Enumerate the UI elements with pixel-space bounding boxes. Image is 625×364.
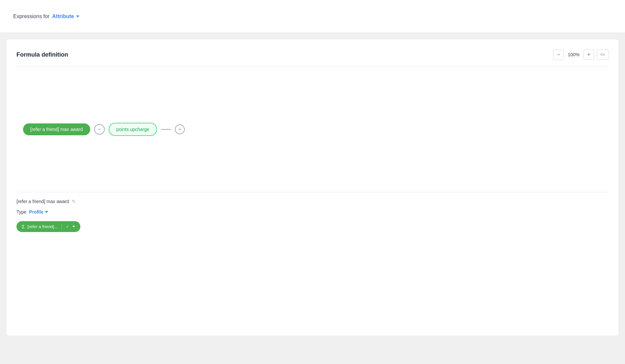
chevron-down-icon [76,15,79,17]
node1-label: [refer a friend] max award [30,127,83,132]
operator-minus[interactable]: − [94,124,105,135]
top-bar: Expressions for Attribute [0,0,625,33]
minus-icon: − [98,126,101,132]
sigma-pill-label: [refer a friend]... [27,224,58,229]
zoom-minus-button[interactable]: − [553,49,564,60]
node-refer-a-friend-max-award[interactable]: [refer a friend] max award [23,123,90,135]
sigma-icon: Σ [22,224,25,229]
formula-header: Formula definition − 100% + <> [16,49,609,60]
sigma-pill-dropdown-arrow[interactable] [72,226,75,227]
main-content: Formula definition − 100% + <> [refer a … [0,33,625,342]
add-node-button[interactable]: + [175,124,185,134]
node2-label: points.upcharge [117,127,149,132]
selected-item-row: [refer a friend] max award ✎ [16,199,609,204]
expressions-label: Expressions for Attribute [13,13,79,19]
attribute-text: Attribute [52,13,74,19]
type-label: Type [16,209,26,215]
expressions-text: Expressions for [13,13,49,19]
zoom-level-display: 100% [565,52,582,57]
type-row: Type Profile [16,209,609,215]
type-chevron-icon [45,211,48,213]
attribute-dropdown[interactable]: Attribute [52,13,79,19]
node-points-upcharge[interactable]: points.upcharge [109,123,157,136]
sigma-pill-button[interactable]: Σ [refer a friend]... ✓ [16,221,80,232]
formula-expression: [refer a friend] max award − points.upch… [23,123,185,136]
type-value: Profile [29,209,43,215]
code-toggle-button[interactable]: <> [597,49,609,60]
plus-icon: + [178,126,182,133]
selected-item-name-text: [refer a friend] max award [16,199,69,204]
bottom-panel: [refer a friend] max award ✎ Type Profil… [16,192,609,235]
check-icon: ✓ [66,224,69,229]
zoom-plus-button[interactable]: + [584,49,594,60]
connector-line [161,129,171,130]
type-dropdown[interactable]: Profile [29,209,48,215]
formula-title: Formula definition [16,51,68,58]
canvas-area: [refer a friend] max award − points.upch… [16,67,609,192]
pill-separator [62,224,62,229]
formula-card: Formula definition − 100% + <> [refer a … [7,39,618,336]
zoom-controls: − 100% + <> [553,49,609,60]
edit-name-icon[interactable]: ✎ [72,199,76,204]
